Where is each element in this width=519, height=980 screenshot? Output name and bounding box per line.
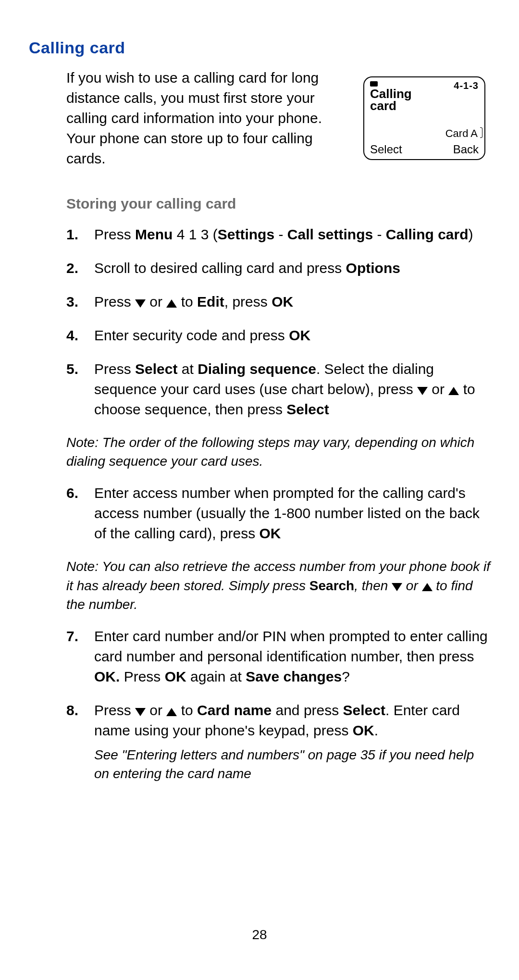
text: or bbox=[146, 702, 166, 718]
step-4: Enter security code and press OK bbox=[66, 325, 490, 346]
step-6: Enter access number when prompted for th… bbox=[66, 483, 490, 544]
steps-list-cont2: Enter card number and/or PIN when prompt… bbox=[66, 626, 490, 783]
search-label: Search bbox=[309, 578, 354, 593]
text: and press bbox=[272, 702, 343, 718]
note-1: Note: The order of the following steps m… bbox=[66, 433, 490, 471]
path-call-settings: Call settings bbox=[287, 226, 373, 242]
text: Press bbox=[120, 669, 164, 684]
text: Press bbox=[94, 294, 135, 310]
see-reference-note: See "Entering letters and numbers" on pa… bbox=[94, 745, 490, 783]
select-label: Select bbox=[135, 361, 177, 377]
text: to bbox=[177, 702, 197, 718]
ok-label: OK bbox=[260, 525, 281, 541]
path-settings: Settings bbox=[218, 226, 274, 242]
text: Scroll to desired calling card and press bbox=[94, 260, 346, 276]
text: . bbox=[374, 722, 378, 738]
ok-label: OK bbox=[289, 327, 310, 343]
select-label: Select bbox=[286, 401, 329, 417]
text: , press bbox=[224, 294, 272, 310]
edit-label: Edit bbox=[197, 294, 224, 310]
dialing-sequence-label: Dialing sequence bbox=[198, 361, 316, 377]
phone-selected-card: Card A bbox=[445, 127, 478, 140]
up-arrow-icon bbox=[422, 583, 432, 591]
card-name-label: Card name bbox=[197, 702, 272, 718]
text: - bbox=[274, 226, 287, 242]
intro-row: If you wish to use a calling card for lo… bbox=[29, 68, 490, 169]
step-2: Scroll to desired calling card and press… bbox=[66, 258, 490, 278]
text: , then bbox=[354, 578, 392, 593]
steps-list-cont: Enter access number when prompted for th… bbox=[66, 483, 490, 544]
text: Press bbox=[94, 702, 135, 718]
down-arrow-icon bbox=[135, 708, 146, 716]
step-1: Press Menu 4 1 3 (Settings - Call settin… bbox=[66, 224, 490, 245]
note-2: Note: You can also retrieve the access n… bbox=[66, 557, 490, 614]
text: or bbox=[402, 578, 421, 593]
ok-label: OK bbox=[165, 669, 186, 684]
step-7: Enter card number and/or PIN when prompt… bbox=[66, 626, 490, 687]
ok-label: OK. bbox=[94, 669, 120, 684]
ok-label: OK bbox=[272, 294, 293, 310]
step-5: Press Select at Dialing sequence. Select… bbox=[66, 359, 490, 420]
text: Press bbox=[94, 361, 135, 377]
down-arrow-icon bbox=[135, 299, 146, 308]
select-label: Select bbox=[343, 702, 385, 718]
steps-list: Press Menu 4 1 3 (Settings - Call settin… bbox=[66, 224, 490, 420]
intro-paragraph: If you wish to use a calling card for lo… bbox=[66, 68, 350, 169]
text: Enter card number and/or PIN when prompt… bbox=[94, 628, 488, 664]
phone-screen-figure: 4-1-3 Calling card Card A Select Back bbox=[363, 76, 485, 160]
text: ? bbox=[342, 669, 350, 684]
menu-label: Menu bbox=[135, 226, 173, 242]
options-label: Options bbox=[346, 260, 400, 276]
section-title: Calling card bbox=[29, 38, 490, 57]
page-number: 28 bbox=[0, 927, 519, 943]
down-arrow-icon bbox=[417, 387, 428, 395]
step-3: Press or to Edit, press OK bbox=[66, 292, 490, 312]
text: 4 1 3 ( bbox=[173, 226, 217, 242]
text: to bbox=[177, 294, 197, 310]
ok-label: OK bbox=[353, 722, 374, 738]
step-8: Press or to Card name and press Select. … bbox=[66, 700, 490, 783]
phone-title-line2: card bbox=[370, 99, 396, 113]
text: ) bbox=[469, 226, 473, 242]
text: or bbox=[428, 381, 448, 397]
up-arrow-icon bbox=[166, 299, 177, 308]
phone-screen-title: Calling card bbox=[370, 88, 412, 112]
text: Enter security code and press bbox=[94, 327, 289, 343]
phone-menu-code: 4-1-3 bbox=[454, 80, 479, 91]
phone-left-softkey: Select bbox=[370, 143, 402, 156]
scroll-indicator-icon bbox=[480, 127, 482, 138]
down-arrow-icon bbox=[392, 583, 402, 591]
text: Press bbox=[94, 226, 135, 242]
text: Enter access number when prompted for th… bbox=[94, 485, 480, 541]
text: or bbox=[146, 294, 166, 310]
save-changes-label: Save changes bbox=[246, 669, 342, 684]
text: - bbox=[373, 226, 386, 242]
path-calling-card: Calling card bbox=[386, 226, 469, 242]
up-arrow-icon bbox=[166, 708, 177, 716]
text: at bbox=[177, 361, 198, 377]
up-arrow-icon bbox=[448, 387, 459, 395]
sub-heading: Storing your calling card bbox=[66, 196, 490, 212]
battery-icon bbox=[370, 81, 378, 87]
manual-page: Calling card If you wish to use a callin… bbox=[0, 0, 519, 980]
phone-right-softkey: Back bbox=[453, 143, 479, 156]
text: again at bbox=[186, 669, 246, 684]
